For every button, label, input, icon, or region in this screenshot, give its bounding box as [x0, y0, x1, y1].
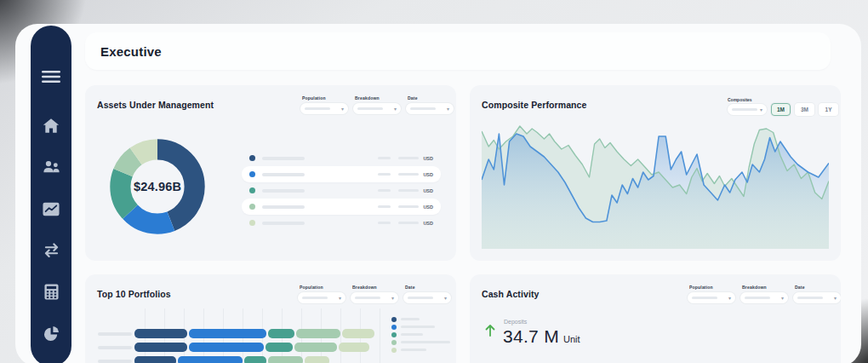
bar-segment-teal [268, 329, 294, 338]
composites-filter-select[interactable]: ▾ [728, 104, 767, 115]
population-filter-label: Population [689, 285, 735, 290]
chevron-down-icon: ▾ [781, 296, 784, 301]
cash-filters: Population▾Breakdown▾Date▾ [688, 285, 841, 303]
chevron-down-icon: ▾ [447, 107, 449, 112]
sidebar-item-users[interactable] [31, 155, 71, 179]
currency-label: USD [423, 188, 433, 193]
top10-legend-row[interactable] [391, 331, 450, 338]
composite-card-title: Composite Performance [482, 100, 586, 110]
legend-name-placeholder [401, 333, 423, 336]
select-placeholder-bar [732, 108, 757, 111]
page-title: Executive [100, 44, 162, 59]
sidebar-item-pie-chart[interactable] [31, 321, 71, 345]
legend-dot-pale [249, 220, 255, 226]
card-cash-activity: Cash Activity Population▾Breakdown▾Date▾… [470, 274, 841, 363]
deposits-label: Deposits [504, 319, 527, 325]
breakdown-filter-select[interactable]: ▾ [353, 103, 401, 114]
aum-legend-row[interactable]: USD [242, 182, 441, 199]
card-top10-portfolios: Top 10 Portfolios Population▾Breakdown▾D… [85, 274, 456, 363]
breakdown-filter-select[interactable]: ▾ [351, 292, 398, 303]
population-filter-group: Population▾ [298, 285, 345, 303]
app-container: Executive Assets Under Management Popula… [15, 24, 861, 363]
range-1m-button[interactable]: 1M [771, 103, 791, 116]
range-button-group: 1M3M1Y [771, 103, 838, 116]
population-filter-label: Population [302, 95, 348, 101]
aum-legend-row[interactable]: USD [242, 215, 441, 231]
date-filter-select[interactable]: ▾ [406, 103, 454, 114]
bar-segment-teal [244, 356, 266, 363]
range-1y-button[interactable]: 1Y [819, 103, 838, 116]
date-filter-group: Date▾ [403, 285, 451, 303]
page-header: Executive [85, 32, 831, 70]
legend-value-placeholder [378, 222, 391, 225]
select-placeholder-bar [302, 297, 328, 299]
top10-filters: Population▾Breakdown▾Date▾ [298, 285, 451, 303]
select-placeholder-bar [357, 107, 383, 110]
aum-legend-row[interactable]: USD [242, 150, 441, 166]
date-filter-label: Date [795, 285, 841, 290]
sidebar-item-calculator[interactable] [31, 279, 71, 303]
sidebar-item-chart[interactable] [31, 197, 71, 221]
portfolio-name-placeholder [98, 360, 132, 363]
aum-legend-row[interactable]: USD [242, 199, 441, 215]
breakdown-filter-group: Breakdown▾ [353, 95, 401, 114]
date-filter-label: Date [405, 285, 451, 290]
portfolio-name-placeholder [98, 346, 132, 349]
legend-name-placeholder [262, 173, 305, 176]
deposits-unit: Unit [563, 334, 580, 344]
legend-name-placeholder [401, 341, 450, 343]
composites-filter-select-wrap: ▾ [728, 104, 767, 115]
legend-value-placeholder [378, 205, 391, 209]
blue-area-fill [482, 134, 829, 249]
legend-name-placeholder [262, 157, 305, 160]
population-filter-select[interactable]: ▾ [688, 292, 735, 303]
legend-amount-placeholder [398, 173, 419, 176]
card-assets-under-management: Assets Under Management Population▾Break… [85, 85, 456, 261]
chevron-down-icon: ▾ [391, 296, 394, 301]
chevron-down-icon: ▾ [339, 296, 341, 301]
top10-legend-row[interactable] [391, 315, 450, 323]
menu-button[interactable] [31, 65, 71, 89]
sidebar-item-transfers[interactable] [31, 238, 71, 262]
top10-legend [391, 315, 450, 354]
deposits-value: 34.7 M [503, 326, 559, 347]
aum-legend: USDUSDUSDUSDUSD [242, 150, 441, 231]
aum-legend-row[interactable]: USD [242, 166, 441, 182]
chart-icon [43, 202, 60, 216]
top10-legend-row[interactable] [391, 346, 450, 354]
legend-value-placeholder [378, 189, 391, 193]
top10-legend-row[interactable] [391, 338, 450, 346]
legend-dot-teal [391, 332, 397, 337]
select-placeholder-bar [355, 297, 380, 299]
breakdown-filter-select[interactable]: ▾ [740, 292, 788, 303]
range-3m-button[interactable]: 3M [795, 103, 814, 116]
date-filter-select[interactable]: ▾ [403, 292, 451, 303]
legend-dot-teal [249, 187, 255, 193]
hamburger-icon [42, 70, 60, 84]
sidebar-item-home[interactable] [31, 113, 71, 137]
bar-segment-blue [189, 329, 266, 338]
legend-amount-placeholder [398, 205, 419, 209]
population-filter-label: Population [300, 285, 345, 290]
population-filter-group: Population▾ [300, 95, 348, 114]
date-filter-select[interactable]: ▾ [793, 292, 841, 303]
aum-card-title: Assets Under Management [97, 100, 214, 110]
portfolio-name-placeholder [98, 332, 132, 336]
legend-dot-blue [249, 171, 255, 177]
population-filter-select[interactable]: ▾ [300, 103, 348, 114]
legend-dot-navy [249, 155, 255, 161]
transfer-arrows-icon [43, 243, 60, 257]
select-placeholder-bar [410, 107, 436, 110]
aum-filters: Population▾Breakdown▾Date▾ [300, 95, 454, 114]
population-filter-select[interactable]: ▾ [298, 292, 345, 303]
bar-segment-blue [189, 343, 264, 352]
pie-chart-icon [43, 326, 60, 342]
chevron-down-icon: ▾ [444, 296, 447, 301]
legend-dot-sage [249, 204, 255, 210]
top10-legend-row[interactable] [391, 323, 450, 331]
legend-amount-placeholder [398, 222, 419, 225]
bar-segment-sage [268, 356, 303, 363]
bar-segment-navy [134, 343, 187, 352]
bar-segment-navy [134, 329, 187, 338]
legend-name-placeholder [262, 189, 305, 193]
